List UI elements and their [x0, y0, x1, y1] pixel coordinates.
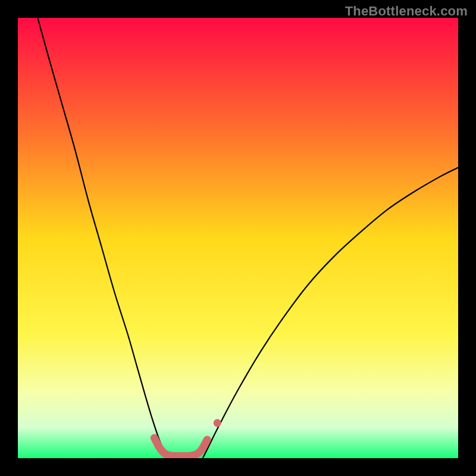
chart-background [18, 18, 458, 458]
chart-plot [18, 18, 458, 458]
chart-frame: TheBottleneck.com [0, 0, 476, 476]
chart-svg [18, 18, 458, 458]
watermark-text: TheBottleneck.com [345, 4, 468, 19]
